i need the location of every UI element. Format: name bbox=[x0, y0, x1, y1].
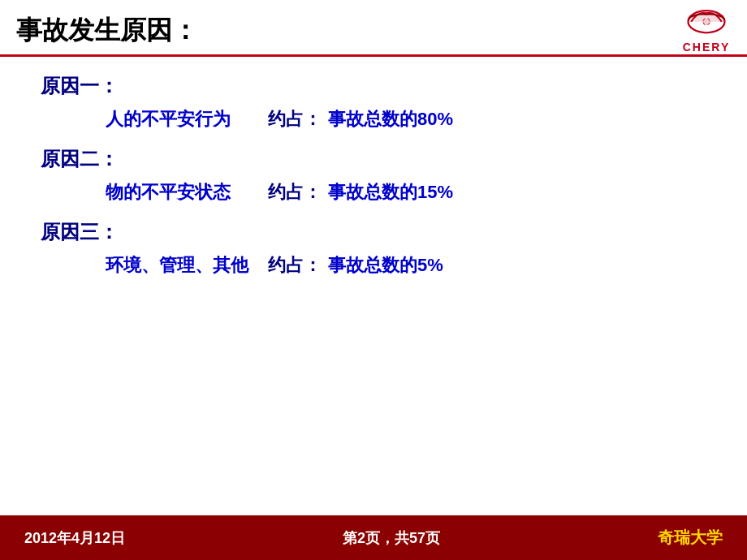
section-2: 原因二： 物的不平安状态 约占： 事故总数的15% bbox=[41, 146, 706, 205]
footer-org: 奇瑞大学 bbox=[658, 527, 723, 549]
section-3-label: 约占： bbox=[268, 253, 322, 278]
section-1-detail: 人的不平安行为 约占： 事故总数的80% bbox=[41, 107, 706, 131]
section-2-label: 约占： bbox=[268, 180, 322, 205]
section-1-label: 约占： bbox=[268, 107, 322, 131]
section-2-item: 物的不平安状态 bbox=[106, 180, 268, 205]
footer: 2012年4月12日 第2页，共57页 奇瑞大学 bbox=[0, 515, 747, 560]
chery-logo: CHERY bbox=[682, 8, 731, 54]
section-3: 原因三： 环境、管理、其他 约占： 事故总数的5% bbox=[41, 219, 706, 278]
section-3-item: 环境、管理、其他 bbox=[106, 253, 268, 278]
footer-page: 第2页，共57页 bbox=[343, 528, 440, 548]
section-2-title: 原因二： bbox=[41, 146, 706, 172]
main-content: 原因一： 人的不平安行为 约占： 事故总数的80% 原因二： 物的不平安状态 约… bbox=[0, 57, 747, 515]
header: 事故发生原因： CHERY bbox=[0, 0, 747, 57]
page-title: 事故发生原因： bbox=[16, 13, 198, 49]
section-1: 原因一： 人的不平安行为 约占： 事故总数的80% bbox=[41, 73, 706, 131]
section-3-title: 原因三： bbox=[41, 219, 706, 245]
section-3-detail: 环境、管理、其他 约占： 事故总数的5% bbox=[41, 253, 706, 278]
section-2-value: 事故总数的15% bbox=[328, 180, 453, 205]
section-1-item: 人的不平安行为 bbox=[106, 107, 268, 131]
chery-logo-svg bbox=[682, 8, 731, 39]
section-1-title: 原因一： bbox=[41, 73, 706, 99]
section-3-value: 事故总数的5% bbox=[328, 253, 443, 278]
chery-brand-name: CHERY bbox=[683, 41, 731, 54]
footer-date: 2012年4月12日 bbox=[24, 528, 125, 548]
section-2-detail: 物的不平安状态 约占： 事故总数的15% bbox=[41, 180, 706, 205]
section-1-value: 事故总数的80% bbox=[328, 107, 453, 131]
